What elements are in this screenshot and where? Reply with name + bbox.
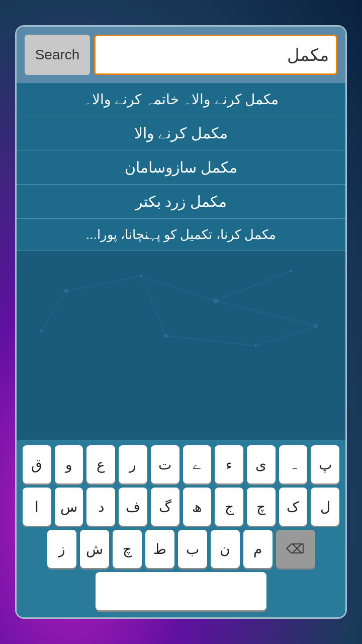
- svg-line-9: [141, 276, 216, 301]
- search-bar: Search: [17, 27, 345, 83]
- backspace-button[interactable]: ⌫: [276, 530, 315, 568]
- svg-line-13: [166, 336, 255, 346]
- svg-line-12: [42, 291, 67, 331]
- key-alif[interactable]: ا: [23, 488, 51, 526]
- key-w[interactable]: و: [55, 445, 83, 484]
- backspace-icon: ⌫: [286, 541, 305, 557]
- svg-point-3: [289, 270, 292, 273]
- key-ba[interactable]: ب: [178, 530, 207, 568]
- key-seen[interactable]: س: [55, 488, 83, 526]
- result-item-3[interactable]: مکمل سازوسامان: [17, 150, 345, 185]
- keyboard: ق و ع ر ت ے ء ی ہ پ ا س د ف گ ھ ج چ ک ل …: [17, 440, 345, 617]
- results-area: مکمل کرنے والا۔ خاتمہ کرنے والا۔ مکمل کر…: [17, 83, 345, 251]
- result-item-5[interactable]: مکمل کرنا، تکمیل کو پہنچانا، پورا...: [17, 219, 345, 251]
- key-cheh[interactable]: چ: [247, 488, 276, 526]
- key-gay[interactable]: گ: [151, 488, 179, 526]
- search-button[interactable]: Search: [25, 35, 90, 75]
- key-kaf[interactable]: ک: [279, 488, 308, 526]
- svg-line-8: [66, 276, 141, 291]
- result-item-2[interactable]: مکمل کرنے والا: [17, 116, 345, 150]
- svg-line-11: [216, 301, 315, 326]
- network-background: [17, 251, 345, 361]
- svg-line-10: [216, 271, 291, 301]
- search-input[interactable]: [94, 35, 337, 75]
- key-lam[interactable]: ل: [311, 488, 339, 526]
- svg-point-5: [40, 330, 43, 333]
- key-noon[interactable]: ن: [211, 530, 240, 568]
- key-ye[interactable]: ے: [183, 445, 212, 484]
- app-container: Search مکمل کرنے والا۔ خاتمہ کرنے والا۔ …: [15, 25, 347, 619]
- keyboard-row-3: ز ش چ ط ب ن م ⌫: [23, 530, 339, 568]
- key-dal[interactable]: د: [86, 488, 115, 526]
- key-fay[interactable]: ف: [119, 488, 147, 526]
- key-t[interactable]: ت: [151, 445, 179, 484]
- key-meem[interactable]: م: [243, 530, 273, 568]
- key-ain[interactable]: ع: [86, 445, 115, 484]
- key-p[interactable]: پ: [311, 445, 339, 484]
- key-hamza[interactable]: ء: [215, 445, 243, 484]
- result-item-1[interactable]: مکمل کرنے والا۔ خاتمہ کرنے والا۔: [17, 83, 345, 116]
- key-yi[interactable]: ی: [247, 445, 276, 484]
- key-sheen[interactable]: ش: [80, 530, 109, 568]
- key-heh[interactable]: ھ: [183, 488, 212, 526]
- svg-line-15: [256, 326, 316, 346]
- key-q[interactable]: ق: [23, 445, 51, 484]
- result-item-4[interactable]: مکمل زرد بکتر: [17, 185, 345, 219]
- key-r[interactable]: ر: [119, 445, 147, 484]
- key-zay[interactable]: ز: [47, 530, 76, 568]
- space-button[interactable]: [96, 572, 266, 610]
- keyboard-row-4: [23, 572, 339, 610]
- key-h[interactable]: ہ: [279, 445, 308, 484]
- keyboard-row-1: ق و ع ر ت ے ء ی ہ پ: [23, 445, 339, 484]
- middle-area: [17, 251, 345, 440]
- keyboard-row-2: ا س د ف گ ھ ج چ ک ل: [23, 488, 339, 526]
- key-che[interactable]: چ: [113, 530, 142, 568]
- svg-line-14: [141, 276, 166, 336]
- key-jeem[interactable]: ج: [215, 488, 243, 526]
- key-tah[interactable]: ط: [145, 530, 174, 568]
